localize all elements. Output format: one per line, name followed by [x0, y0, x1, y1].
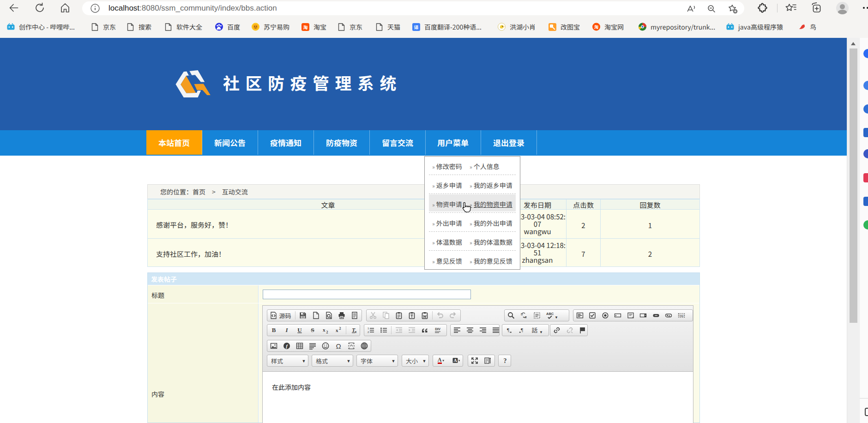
svg-text:2: 2 — [326, 330, 328, 334]
svg-text:x: x — [355, 330, 357, 334]
svg-text:話: 話 — [531, 326, 537, 334]
svg-text:2: 2 — [368, 331, 369, 333]
svg-text:S: S — [311, 326, 314, 333]
svg-text:2: 2 — [339, 326, 341, 331]
svg-text:1: 1 — [368, 327, 369, 330]
svg-text:DIV: DIV — [435, 327, 440, 331]
svg-text:¶: ¶ — [521, 327, 523, 332]
svg-text:A: A — [453, 358, 457, 363]
svg-text:x: x — [323, 327, 326, 332]
svg-text:U: U — [297, 326, 302, 333]
svg-text:hid: hid — [679, 314, 683, 317]
svg-text:Ω: Ω — [336, 342, 341, 350]
svg-text:B: B — [272, 326, 276, 333]
svg-text:ABC: ABC — [546, 312, 554, 316]
svg-text:译: 译 — [414, 23, 419, 30]
svg-text:淘: 淘 — [303, 23, 308, 30]
svg-text:x: x — [336, 327, 338, 333]
svg-text:¶: ¶ — [507, 327, 509, 332]
svg-text:淘: 淘 — [594, 24, 598, 30]
svg-text:?: ? — [504, 357, 507, 364]
svg-text:A: A — [437, 357, 441, 363]
svg-text:I: I — [285, 326, 288, 333]
